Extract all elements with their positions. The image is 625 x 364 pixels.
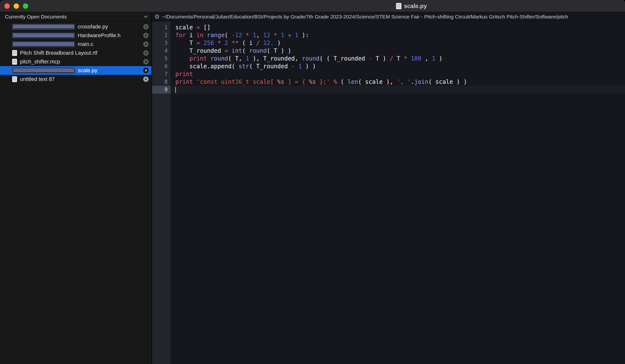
code-token: ( xyxy=(242,47,249,54)
close-document-button[interactable]: × xyxy=(143,50,149,56)
file-list-item[interactable]: Pitch Shift Breadboard Layout.rtf× xyxy=(0,49,152,57)
code-token: 'const uint16_t scale[ xyxy=(196,79,277,85)
code-line[interactable]: for i in range( -12 * 1, 12 * 1 + 1 ): xyxy=(171,31,625,39)
code-line[interactable]: scale = [] xyxy=(171,24,625,31)
line-number[interactable]: 9 xyxy=(152,86,170,94)
close-window-button[interactable] xyxy=(4,3,10,9)
titlebar: scale.py xyxy=(0,0,625,12)
close-document-button[interactable]: × xyxy=(143,24,149,29)
code-line[interactable]: print xyxy=(171,70,625,78)
editor-pane: ⚙ ~/Documents/Personal/Julian/Education/… xyxy=(152,12,625,364)
code-token: 12 xyxy=(235,32,242,39)
code-token: 12 xyxy=(263,32,270,39)
file-name: untitled text 87 xyxy=(20,76,140,82)
code-token: * xyxy=(404,55,407,62)
code-token: 1 xyxy=(295,32,298,39)
file-list-item[interactable]: crossfade.py× xyxy=(0,22,152,31)
code-token xyxy=(277,32,281,39)
code-token xyxy=(193,79,196,85)
line-number[interactable]: 4 xyxy=(152,47,170,55)
code-token: = xyxy=(224,47,228,54)
open-documents-sidebar: Currently Open Documents crossfade.py×Ha… xyxy=(0,12,152,364)
code-line[interactable] xyxy=(171,86,625,94)
code-token xyxy=(242,32,246,39)
code-token: ( scale ), xyxy=(358,79,397,85)
code-token: ( xyxy=(224,32,231,39)
code-token xyxy=(228,47,231,54)
document-icon xyxy=(12,50,17,56)
code-token: - xyxy=(369,55,372,62)
code-token: 1 xyxy=(246,55,249,62)
window-controls xyxy=(4,0,28,12)
code-token: ) xyxy=(274,40,281,46)
file-list-item[interactable]: scale.py× xyxy=(0,66,152,75)
code-token: 12. xyxy=(263,40,274,46)
chevron-down-icon xyxy=(144,14,148,18)
code-token: ): xyxy=(298,32,309,39)
code-line[interactable]: T = 256 * 2 ** ( i / 12. ) xyxy=(171,39,625,47)
code-token: %s xyxy=(309,79,316,85)
document-icon xyxy=(12,59,17,65)
code-line[interactable]: print round( T, 1 ), T_rounded, round( (… xyxy=(171,55,625,62)
code-document-icon xyxy=(12,68,75,73)
line-number[interactable]: 3 xyxy=(152,39,170,47)
open-documents-dropdown[interactable]: Currently Open Documents xyxy=(0,12,152,21)
code-line[interactable]: scale.append( str( T_rounded - 1 ) ) xyxy=(171,62,625,70)
code-token: ) xyxy=(435,55,442,62)
code-content[interactable]: scale = []for i in range( -12 * 1, 12 * … xyxy=(171,21,625,364)
code-token: T xyxy=(393,55,404,62)
file-list-item[interactable]: untitled text 87× xyxy=(0,75,152,84)
code-token xyxy=(214,40,218,46)
code-token: round xyxy=(302,55,319,62)
code-document-icon xyxy=(12,24,75,30)
code-token: - xyxy=(231,32,235,39)
line-number[interactable]: 6 xyxy=(152,62,170,70)
code-token: 100 xyxy=(411,55,421,62)
code-token: = xyxy=(196,40,200,46)
file-list-item[interactable]: HardwareProfile.h× xyxy=(0,31,152,40)
file-name: Pitch Shift Breadboard Layout.rtf xyxy=(20,50,140,56)
path-bar: ⚙ ~/Documents/Personal/Julian/Education/… xyxy=(152,12,625,21)
code-line[interactable]: T_rounded = int( round( T ) ) xyxy=(171,47,625,55)
main-content: Currently Open Documents crossfade.py×Ha… xyxy=(0,12,625,364)
file-name: HardwareProfile.h xyxy=(78,32,141,39)
line-number[interactable]: 1 xyxy=(152,24,170,31)
code-token: 1 xyxy=(281,32,284,39)
close-document-button[interactable]: × xyxy=(143,42,149,47)
file-list-item[interactable]: main.c× xyxy=(0,40,152,49)
code-token: ( i xyxy=(239,40,256,46)
code-token: / xyxy=(390,55,393,62)
window-title-group: scale.py xyxy=(396,0,427,12)
code-token: ( xyxy=(337,79,347,85)
line-number[interactable]: 2 xyxy=(152,31,170,39)
code-token: [] xyxy=(200,24,210,31)
code-token: + xyxy=(288,32,291,39)
close-document-button[interactable]: × xyxy=(143,59,149,64)
code-token: ( ( T_rounded xyxy=(319,55,369,62)
code-token: ( T_rounded xyxy=(249,63,291,70)
zoom-window-button[interactable] xyxy=(23,3,28,9)
line-number[interactable]: 5 xyxy=(152,55,170,62)
code-token xyxy=(284,32,288,39)
line-number[interactable]: 8 xyxy=(152,78,170,86)
close-document-button[interactable]: × xyxy=(143,33,149,38)
app-window: scale.py Currently Open Documents crossf… xyxy=(0,0,625,364)
code-token: ) ) xyxy=(302,63,316,70)
file-list-item[interactable]: pitch_shifter.mcp× xyxy=(0,57,152,66)
close-document-button[interactable]: × xyxy=(143,77,149,82)
code-token: print xyxy=(189,55,207,62)
code-token: * xyxy=(274,32,277,39)
file-name: scale.py xyxy=(78,67,141,74)
minimize-window-button[interactable] xyxy=(14,3,19,9)
code-line[interactable]: print 'const uint16_t scale[ %s ] = { %s… xyxy=(171,78,625,86)
code-token: ), T_rounded, xyxy=(249,55,302,62)
file-path: ~/Documents/Personal/Julian/Education/BS… xyxy=(162,14,625,20)
code-token: print xyxy=(175,79,193,85)
code-token: % xyxy=(333,79,337,85)
code-token: / xyxy=(256,40,259,46)
code-token xyxy=(291,32,295,39)
file-name: pitch_shifter.mcp xyxy=(20,58,140,65)
line-number[interactable]: 7 xyxy=(152,70,170,78)
close-document-button[interactable]: × xyxy=(143,68,149,73)
gear-icon[interactable]: ⚙ xyxy=(155,14,160,20)
